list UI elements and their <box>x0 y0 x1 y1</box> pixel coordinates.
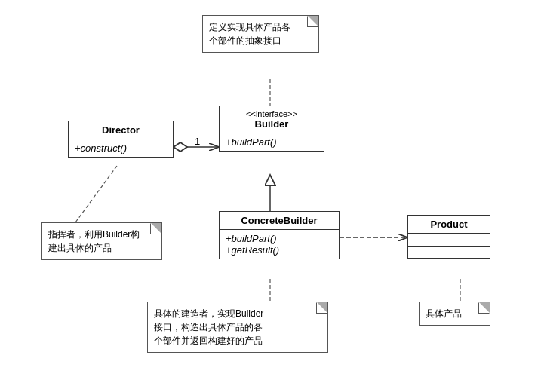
concrete-builder-method1: +buildPart() <box>226 233 333 244</box>
product-note: 具体产品 <box>419 302 490 326</box>
builder-method: +buildPart() <box>226 136 277 148</box>
builder-header: <<interface>> Builder <box>220 106 324 133</box>
director-note: 指挥者，利用Builder构建出具体的产品 <box>41 222 162 260</box>
concrete-builder-body: +buildPart() +getResult() <box>220 230 339 259</box>
product-name: Product <box>430 219 467 230</box>
director-body: +construct() <box>69 139 173 157</box>
concrete-builder-class: ConcreteBuilder +buildPart() +getResult(… <box>219 211 340 259</box>
director-name: Director <box>102 124 140 136</box>
product-divider <box>408 234 490 246</box>
concrete-builder-note-text: 具体的建造者，实现Builder接口，构造出具体产品的各个部件并返回构建好的产品 <box>154 308 263 346</box>
concrete-builder-header: ConcreteBuilder <box>220 212 339 230</box>
director-class: Director +construct() <box>68 121 174 158</box>
concrete-builder-note: 具体的建造者，实现Builder接口，构造出具体产品的各个部件并返回构建好的产品 <box>147 302 328 353</box>
concrete-builder-name: ConcreteBuilder <box>241 215 317 226</box>
product-header: Product <box>408 216 490 234</box>
product-divider2 <box>408 246 490 258</box>
uml-diagram: 定义实现具体产品各个部件的抽象接口 <<interface>> Builder … <box>0 0 541 392</box>
product-note-text: 具体产品 <box>426 308 462 319</box>
director-header: Director <box>69 121 173 139</box>
product-class: Product <box>407 215 490 259</box>
concrete-builder-method2: +getResult() <box>226 244 333 256</box>
builder-name: Builder <box>226 118 318 130</box>
director-note-text: 指挥者，利用Builder构建出具体的产品 <box>48 229 140 253</box>
builder-body: +buildPart() <box>220 133 324 151</box>
multiplicity-label: 1 <box>195 136 200 147</box>
director-method: +construct() <box>75 142 127 154</box>
builder-stereotype: <<interface>> <box>226 109 318 118</box>
builder-note: 定义实现具体产品各个部件的抽象接口 <box>202 15 319 53</box>
builder-note-text: 定义实现具体产品各个部件的抽象接口 <box>209 22 290 46</box>
builder-class: <<interface>> Builder +buildPart() <box>219 106 324 152</box>
svg-line-6 <box>75 166 117 222</box>
